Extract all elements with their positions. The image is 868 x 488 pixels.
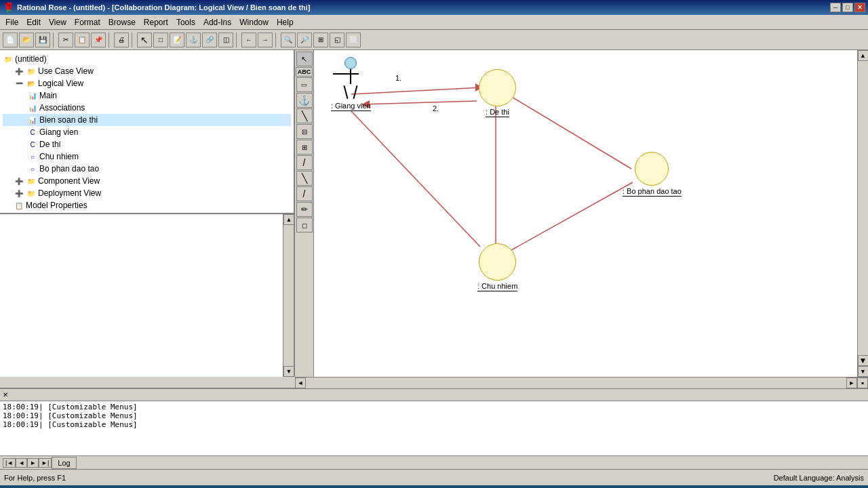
folder-icon-cv: 📁 [26,176,37,186]
zoom-in-button[interactable]: 🔎 [297,33,312,47]
tree-model-props[interactable]: 📋 Model Properties [3,199,291,211]
save-button[interactable]: 💾 [35,33,50,47]
window-title: Rational Rose - (untitled) - [Collaborat… [17,3,311,12]
main-area: 📁 (untitled) ➕ 📁 Use Case View ➖ 📂 Logic… [0,50,868,377]
close-button[interactable]: ✕ [854,3,865,12]
svg-line-9 [505,182,633,253]
notes-area: ▲ ▼ [0,214,294,377]
menu-tools[interactable]: Tools [172,16,199,28]
tool-abc[interactable]: ABC [296,67,313,77]
link-button[interactable]: 🔗 [202,33,217,47]
tool-anchor[interactable]: ⚓ [296,93,313,108]
tree-main[interactable]: 📊 Main [3,89,291,102]
copy-button[interactable]: 📋 [75,33,90,47]
tree-giang-vien[interactable]: C Giang vien [3,126,291,138]
tree-giang-vien-label: Giang vien [39,127,78,137]
status-bar: For Help, press F1 Default Language: Ana… [0,469,868,485]
open-button[interactable]: 📂 [19,33,34,47]
tree-chu-nhiem[interactable]: ○ Chu nhiem [3,150,291,163]
log-tab-log[interactable]: Log [52,457,76,469]
tree-bo-phan[interactable]: ○ Bo phan dao tao [3,163,291,175]
tree-associations[interactable]: 📊 Associations [3,102,291,114]
tree-deployment-view[interactable]: ➕ 📁 Deployment View [3,187,291,199]
log-close-btn[interactable]: ✕ [3,391,8,399]
tree-component-label: Component View [38,176,100,186]
log-content: 18:00:19| [Customizable Menus] 18:00:19|… [0,401,868,455]
notes-scroll-up[interactable]: ▲ [283,214,294,225]
menu-view[interactable]: View [45,16,71,28]
status-language: Default Language: Analysis [774,474,864,482]
taskbar: ⊞ LOOCE 🌺 👤 🌐 📁 🗂️ 🌹 💻 🔊 📶 6:02 CH 08/12… [0,485,868,488]
tb-browse[interactable]: ⬜ [346,33,361,47]
label-de-thi: : De thi [486,108,509,117]
tool-component[interactable]: ⊞ [296,140,313,155]
note-button[interactable]: 📝 [170,33,184,47]
rect-button[interactable]: □ [153,33,168,47]
tb-extra[interactable]: ◱ [330,33,344,47]
notes-scroll-down[interactable]: ▼ [283,366,294,377]
toolbar-separator-4 [236,33,239,47]
toolbar-separator-3 [132,33,134,47]
tree-component-view[interactable]: ➕ 📁 Component View [3,175,291,187]
menu-browse[interactable]: Browse [104,16,140,28]
hscroll-right[interactable]: ► [846,378,857,388]
select-button[interactable]: ↖ [137,33,152,47]
notes-scrollbar: ▲ ▼ [283,214,294,377]
new-button[interactable]: 📄 [3,33,18,47]
scroll-track-right[interactable] [858,61,869,355]
menu-edit[interactable]: Edit [22,16,45,28]
log-nav-next[interactable]: ► [27,458,39,468]
tree-logical-label: Logical View [38,79,83,88]
log-nav-first[interactable]: |◄ [3,458,16,468]
tree-de-thi[interactable]: C De thi [3,138,291,150]
tree-root[interactable]: 📁 (untitled) [3,53,291,65]
tb7[interactable]: ◫ [218,33,233,47]
menu-report[interactable]: Report [140,16,172,28]
actor-giang-vien[interactable]: : Giang vien [331,57,371,111]
maximize-button[interactable]: □ [842,3,853,12]
print-button[interactable]: 🖨 [114,33,129,47]
tool-rect[interactable]: ⊟ [296,124,313,139]
menu-format[interactable]: Format [71,16,104,28]
diagram-canvas[interactable]: 1. 2. [314,50,857,377]
menu-window[interactable]: Window [235,16,273,28]
scroll-up-arrow[interactable]: ▲ [858,50,869,61]
tree-bo-phan-label: Bo phan dao tao [39,164,99,174]
hscroll-track[interactable] [306,378,846,388]
folder-icon-dv: 📁 [26,188,37,199]
tree-use-case-label: Use Case View [38,66,94,76]
menu-addins[interactable]: Add-Ins [199,16,235,28]
scroll-extra-btn[interactable]: ▼ [858,355,869,366]
tool-line4[interactable]: / [296,186,313,201]
object-chu-nhiem[interactable]: : Chu nhiem [477,243,517,291]
object-bo-phan[interactable]: : Bo phan dao tao [623,152,682,197]
back-button[interactable]: ← [241,33,256,47]
fit-button[interactable]: ⊞ [313,33,328,47]
anchor-button[interactable]: ⚓ [186,33,201,47]
scroll-down-arrow[interactable]: ▼ [858,366,869,377]
class-icon-gv: C [27,127,38,138]
minimize-button[interactable]: ─ [830,3,841,12]
log-nav-prev[interactable]: ◄ [16,458,27,468]
cut-button[interactable]: ✂ [58,33,73,47]
label-bo-phan: : Bo phan dao tao [623,187,682,197]
tool-line3[interactable]: ╲ [296,171,313,186]
tool-note[interactable]: ▭ [296,77,313,92]
tool-line1[interactable]: ╲ [296,108,313,123]
tree-use-case-view[interactable]: ➕ 📁 Use Case View [3,65,291,77]
object-de-thi[interactable]: : De thi [479,69,516,117]
tool-line2[interactable]: / [296,155,313,170]
actor-label-gv: : Giang vien [331,102,371,111]
hscroll-left[interactable]: ◄ [295,378,306,388]
paste-button[interactable]: 📌 [91,33,106,47]
tool-select[interactable]: ↖ [296,52,313,66]
zoom-out-button[interactable]: 🔍 [281,33,296,47]
tree-logical-view[interactable]: ➖ 📂 Logical View [3,77,291,89]
menu-help[interactable]: Help [273,16,298,28]
tool-pencil[interactable]: ✏ [296,202,313,217]
tool-eraser[interactable]: ◻ [296,218,313,232]
menu-file[interactable]: File [1,16,22,28]
forward-button[interactable]: → [258,33,273,47]
tree-bien-soan[interactable]: 📊 Bien soan de thi [3,114,291,126]
log-nav-last[interactable]: ►| [39,458,52,468]
